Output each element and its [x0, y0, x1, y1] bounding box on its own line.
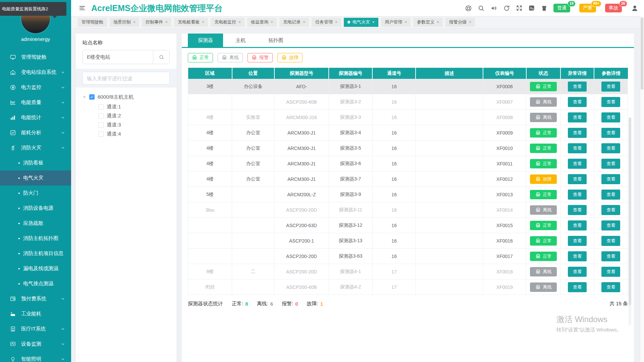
sidebar-subitem[interactable]: •漏电及线缆测温 — [0, 261, 71, 276]
alarm-badge-3[interactable]: 事故26 — [605, 4, 622, 12]
sidebar-subitem[interactable]: •电气接点测温 — [0, 276, 71, 291]
abnormal-detail-view-button[interactable]: 查看 — [568, 205, 587, 215]
filter-button-normal[interactable]: 正常 — [188, 53, 213, 62]
sidebar-item-8[interactable]: 预付费系统 — [0, 291, 71, 306]
close-icon[interactable]: × — [469, 20, 471, 24]
caret-down-icon[interactable] — [83, 96, 86, 99]
close-icon[interactable]: × — [133, 20, 136, 24]
view-tab-拓扑图[interactable]: 拓扑图 — [258, 34, 293, 47]
table-row[interactable]: 4楼办公室ARCM300-J1探测器3-616XF0011正常查看查看 — [188, 156, 628, 171]
tab-任务管理[interactable]: 任务管理× — [312, 18, 341, 27]
param-detail-view-button[interactable]: 查看 — [601, 236, 620, 246]
tab-管理驾驶舱[interactable]: 管理驾驶舱 — [78, 18, 107, 27]
tab-参数定义[interactable]: 参数定义× — [413, 18, 443, 27]
translate-icon[interactable]: A文 — [528, 5, 535, 11]
param-detail-view-button[interactable]: 查看 — [601, 267, 620, 277]
close-icon[interactable]: × — [303, 20, 305, 24]
help-icon[interactable] — [465, 5, 472, 12]
close-icon[interactable]: × — [238, 20, 241, 24]
table-row[interactable]: 闭挂ASCP200-40B探测器4-217XF0019离线查看查看 — [188, 279, 628, 295]
close-icon[interactable]: × — [335, 20, 337, 24]
alarm-badge-1[interactable]: 普通19 — [553, 4, 570, 12]
param-detail-view-button[interactable]: 查看 — [601, 190, 620, 200]
tab-报警分级[interactable]: 报警分级× — [445, 18, 475, 27]
view-tab-探测器[interactable]: 探测器 — [188, 34, 223, 47]
sidebar-subitem[interactable]: •消防看板 — [0, 155, 71, 170]
tab-场景控制[interactable]: 场景控制× — [110, 18, 139, 27]
sidebar-item-10[interactable]: 医疗IT系统 — [0, 321, 71, 337]
page-scrollbar-thumb[interactable] — [641, 17, 643, 90]
table-row[interactable]: 4楼实验室ARCM300-J16探测器3-316XF0008离线查看查看 — [188, 110, 628, 125]
abnormal-detail-view-button[interactable]: 查看 — [568, 82, 587, 92]
table-row[interactable]: 3楼办公设备AFD-探测器3-116XF0006正常查看查看 — [188, 79, 628, 94]
tree-child-checkbox[interactable] — [98, 104, 104, 110]
tree-filter-input[interactable] — [83, 72, 170, 85]
table-row[interactable]: 8楼二ASCP200-20D探测器4-117XF0018离线查看查看 — [188, 264, 628, 279]
abnormal-detail-view-button[interactable]: 查看 — [568, 143, 587, 153]
sidebar-item-12[interactable]: 智能照明 — [0, 352, 71, 362]
tab-收益查询[interactable]: 收益查询× — [247, 18, 277, 27]
view-tab-主机[interactable]: 主机 — [223, 34, 258, 47]
sidebar-subitem[interactable]: •消防主机项目信息 — [0, 246, 71, 261]
user-icon[interactable] — [631, 4, 639, 12]
param-detail-view-button[interactable]: 查看 — [601, 128, 620, 138]
tab-充电桩监控[interactable]: 充电桩监控× — [211, 18, 245, 27]
close-icon[interactable]: × — [271, 20, 273, 24]
param-detail-view-button[interactable]: 查看 — [601, 97, 620, 107]
abnormal-detail-view-button[interactable]: 查看 — [568, 128, 587, 138]
refresh-icon[interactable] — [503, 5, 510, 12]
tab-充电记录[interactable]: 充电记录× — [279, 18, 309, 27]
table-row[interactable]: 5楼ARCM200L-Z探测器3-916XF0013正常查看查看 — [188, 187, 628, 202]
table-row[interactable]: 3louASCP200-20D探测器3-1116XF0014离线查看查看 — [188, 202, 628, 218]
sidebar-item-7[interactable]: 消防火灾 — [0, 140, 71, 155]
abnormal-detail-view-button[interactable]: 查看 — [568, 282, 587, 292]
close-icon[interactable]: × — [437, 20, 439, 24]
abnormal-detail-view-button[interactable]: 查看 — [568, 97, 587, 107]
param-detail-view-button[interactable]: 查看 — [601, 174, 620, 184]
abnormal-detail-view-button[interactable]: 查看 — [568, 236, 587, 246]
theme-icon[interactable] — [541, 5, 548, 12]
tree-child-checkbox[interactable] — [98, 113, 104, 119]
param-detail-view-button[interactable]: 查看 — [601, 282, 620, 292]
close-icon[interactable]: × — [202, 20, 204, 24]
fullscreen-icon[interactable] — [516, 5, 523, 11]
sidebar-item-6[interactable]: 能耗分析 — [0, 125, 71, 140]
sidebar-item-5[interactable]: 电能统计 — [0, 110, 71, 125]
table-row[interactable]: 4楼办公室ARCM300-J1探测器3-516XF0010正常查看查看 — [188, 141, 628, 156]
tree-child-node[interactable]: 通道:4 — [83, 130, 170, 139]
param-detail-view-button[interactable]: 查看 — [601, 143, 620, 153]
close-icon[interactable]: × — [405, 20, 407, 24]
abnormal-detail-view-button[interactable]: 查看 — [568, 174, 587, 184]
sidebar-subitem[interactable]: •应急疏散 — [0, 216, 71, 231]
hamburger-menu-icon[interactable] — [78, 4, 86, 12]
tree-child-checkbox[interactable] — [98, 132, 104, 137]
filter-button-offline[interactable]: 离线 — [218, 53, 243, 62]
filter-button-fault[interactable]: 故障 — [277, 53, 303, 62]
site-search-input[interactable] — [83, 50, 153, 64]
param-detail-view-button[interactable]: 查看 — [601, 220, 620, 230]
table-row[interactable]: ASCP200-40B探测器3-216XF0007离线查看查看 — [188, 94, 628, 110]
sidebar-item-2[interactable]: 变电站综自系统 — [0, 65, 71, 80]
filter-button-alarm[interactable]: 报警 — [248, 53, 273, 62]
tab-控制事件[interactable]: 控制事件× — [142, 18, 171, 27]
sidebar-subitem[interactable]: •消防主机拓扑图 — [0, 231, 71, 246]
table-row[interactable]: ASCP200-63D探测器3-1216XF0015正常查看查看 — [188, 218, 628, 233]
abnormal-detail-view-button[interactable]: 查看 — [568, 220, 587, 230]
param-detail-view-button[interactable]: 查看 — [601, 82, 620, 92]
abnormal-detail-view-button[interactable]: 查看 — [568, 267, 587, 277]
table-row[interactable]: ASCP200-1探测器3-1316XF0016正常查看查看 — [188, 233, 628, 249]
table-row[interactable]: ASCP200-20D探测器3-6316XF0017正常查看查看 — [188, 249, 628, 264]
abnormal-detail-view-button[interactable]: 查看 — [568, 159, 587, 169]
sidebar-item-4[interactable]: 电能质量 — [0, 95, 71, 110]
table-row[interactable]: 4楼办公室ARCM300-J1探测器3-716XF0012故障查看查看 — [188, 171, 628, 187]
sidebar-item-3[interactable]: 电力监控 — [0, 80, 71, 95]
tab-电气火灾[interactable]: 电气火灾× — [344, 18, 378, 27]
tree-root-checkbox[interactable]: ✓ — [89, 94, 95, 100]
table-scrollbar-thumb[interactable] — [629, 117, 631, 305]
tree-child-node[interactable]: 通道:2 — [83, 111, 170, 120]
close-icon[interactable]: × — [165, 20, 168, 24]
param-detail-view-button[interactable]: 查看 — [601, 251, 620, 261]
site-search-button[interactable] — [153, 50, 169, 64]
sound-icon[interactable] — [490, 5, 497, 12]
tab-用户管理[interactable]: 用户管理× — [381, 18, 411, 27]
